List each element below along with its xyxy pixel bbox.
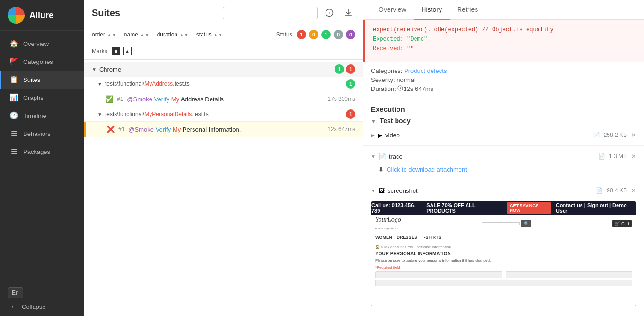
timeline-icon: 🕐 [9,111,18,120]
status-group: Status: 1 0 1 0 0 [276,30,355,39]
error-message: expect(received).toBe(expected) // Objec… [373,27,636,33]
sidebar-item-label: Suites [23,76,40,83]
att-close-button[interactable]: ✕ [631,187,636,194]
suites-toolbar: order ▲▼ name ▲▼ duration ▲▼ status ▲▼ S… [84,26,363,60]
screenshot-preview: Call us: 0123-456-789 SALE 70% OFF ALL P… [371,201,636,306]
chrome-group-header[interactable]: ▼ Chrome 1 1 [84,62,363,77]
test-duration: 17s 330ms [327,96,355,102]
sort-status[interactable]: status ▲▼ [196,31,223,38]
test-duration: 12s 647ms [327,126,355,133]
sidebar-item-categories[interactable]: 🚩 Categories [0,53,84,71]
status-text: Status: [276,31,294,38]
mark-warning-button[interactable]: ▲ [123,47,132,55]
fail-icon: ❌ [106,126,115,133]
severity-row: Severity: normal [371,76,636,83]
file-toggle-icon: ▼ [97,81,102,87]
sidebar-item-packages[interactable]: ☰ Packages [0,143,84,161]
suites-header: Suites i [84,0,363,26]
trace-attachment: ▼ 📄 trace 📄 1.3 MB ✕ ⬇ Click to download… [363,148,644,178]
sort-duration[interactable]: duration ▲▼ [157,31,189,38]
sidebar-item-timeline[interactable]: 🕐 Timeline [0,107,84,125]
test-row[interactable]: ✅ #1 @Smoke Verify My Address Details 17… [84,91,363,107]
suites-list: ▼ Chrome 1 1 ▼ tests\functional\MyAddres… [84,60,363,316]
tab-history[interactable]: History [414,0,450,20]
status-label: status [196,31,212,38]
sidebar-item-label: Timeline [23,112,46,119]
status-broken-badge[interactable]: 0 [309,30,318,39]
tab-overview[interactable]: Overview [371,0,414,20]
att-name: video [385,132,400,139]
att-size: 1.3 MB [609,153,627,160]
download-icon: ⬇ [379,166,384,173]
download-row[interactable]: ⬇ Click to download attachment [363,163,644,176]
search-input[interactable] [223,7,318,19]
status-fail-badge[interactable]: 1 [297,30,306,39]
att-toggle-icon: ▶ [371,133,375,138]
sidebar-item-label: Overview [23,40,49,47]
attachment-header[interactable]: ▶ ▶ video 📄 258.2 KB ✕ [363,128,644,142]
pass-icon: ✅ [105,95,113,103]
packages-icon: ☰ [9,147,18,156]
attachment-header[interactable]: ▼ 🖼 screenshot 📄 90.4 KB ✕ [363,184,644,197]
att-toggle-icon: ▼ [371,188,376,193]
att-toggle-icon: ▼ [371,154,376,159]
test-body-title: ▼ Test body [363,115,644,126]
screenshot-attachment: ▼ 🖼 screenshot 📄 90.4 KB ✕ [363,182,644,312]
file-group-myaddress[interactable]: ▼ tests\functional\MyAddress.test.ts 1 [84,77,363,91]
status-unknown-badge[interactable]: 0 [346,30,355,39]
test-num: #1 [118,126,124,133]
marks-text: Marks: [92,48,109,54]
sidebar-item-suites[interactable]: 📋 Suites [0,71,84,89]
detail-tabs: Overview History Retries [363,0,644,20]
file-path: tests\functional\MyAddress.test.ts [105,81,190,87]
sidebar: Allure 🏠 Overview 🚩 Categories 📋 Suites … [0,0,84,316]
file-size-icon: 📄 [598,153,605,160]
video-icon: ▶ [378,132,382,139]
sidebar-item-overview[interactable]: 🏠 Overview [0,35,84,53]
test-row[interactable]: ❌ #1 @Smoke Verify My Personal Informati… [84,122,363,137]
sidebar-item-label: Packages [23,148,50,155]
suites-title: Suites [92,8,120,18]
status-pass-badge[interactable]: 1 [321,30,331,39]
file-badge: 1 [346,109,355,119]
att-name: screenshot [388,187,418,194]
svg-text:i: i [329,10,330,15]
allure-logo-icon [8,7,25,24]
right-panel: Overview History Retries expect(received… [363,0,644,316]
sidebar-item-label: Behaviors [23,130,51,137]
sidebar-item-behaviors[interactable]: ☰ Behaviors [0,125,84,143]
sidebar-nav: 🏠 Overview 🚩 Categories 📋 Suites 📊 Graph… [0,31,84,281]
tab-retries[interactable]: Retries [450,0,485,20]
file-size-icon: 📄 [593,132,600,138]
download-label: Click to download attachment [387,166,467,173]
graphs-icon: 📊 [9,93,18,102]
test-name: @Smoke Verify My Personal Information. [128,126,241,133]
execution-title: Execution [363,100,644,115]
main-content: Suites i order ▲▼ name ▲▼ [84,0,644,316]
sort-arrow-icon: ▲▼ [213,32,223,37]
sort-name[interactable]: name ▲▼ [124,31,150,38]
file-group-mypersonaldetails[interactable]: ▼ tests\functional\MyPersonalDetails.tes… [84,107,363,122]
sort-arrow-icon: ▲▼ [107,32,116,37]
sort-order[interactable]: order ▲▼ [92,31,116,38]
att-close-button[interactable]: ✕ [631,153,636,160]
status-skip-badge[interactable]: 0 [334,30,343,39]
collapse-button[interactable]: ‹ Collapse [8,303,77,310]
sidebar-bottom: En ‹ Collapse [0,281,84,316]
file-badge: 1 [346,79,355,89]
mark-filled-button[interactable]: ■ [112,47,120,55]
sidebar-logo: Allure [0,0,84,31]
file-size-icon: 📄 [596,187,603,194]
att-size: 90.4 KB [607,187,627,194]
duration-value: 12s 647ms [403,85,433,92]
language-button[interactable]: En [8,287,23,298]
info-button[interactable]: i [322,6,336,20]
sidebar-item-label: Graphs [23,94,44,101]
attachment-header[interactable]: ▼ 📄 trace 📄 1.3 MB ✕ [363,150,644,163]
att-close-button[interactable]: ✕ [631,131,636,139]
group-pass-badge: 1 [335,64,344,74]
sidebar-item-label: Categories [23,58,53,65]
detail-content: expect(received).toBe(expected) // Objec… [363,20,644,316]
download-button[interactable] [341,6,355,20]
sidebar-item-graphs[interactable]: 📊 Graphs [0,89,84,107]
